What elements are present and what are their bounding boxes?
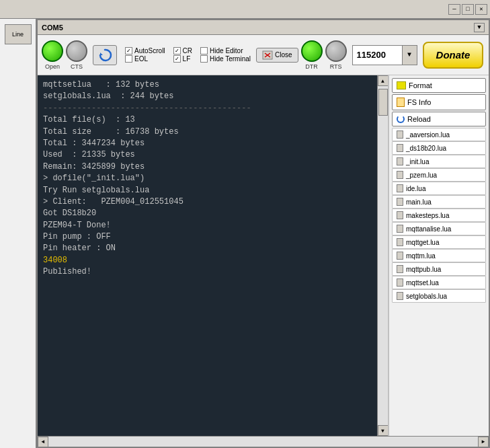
bottom-scrollbar: ◄ ►: [38, 436, 489, 447]
cts-label: CTS: [71, 63, 83, 70]
eol-checkbox[interactable]: [125, 55, 132, 63]
terminal-line: Total file(s) : 13: [43, 114, 372, 126]
checkboxes-area: AutoScroll EOL: [122, 47, 168, 63]
file-name: _ds18b20.lua: [406, 145, 446, 152]
file-name: ide.lua: [406, 185, 425, 192]
terminal-scrollbar[interactable]: ▲ ▼: [377, 75, 388, 436]
file-item[interactable]: _pzem.lua: [392, 168, 486, 182]
lua-file-icon: [397, 211, 403, 219]
lua-file-icon: [397, 198, 403, 206]
terminal-line: Total : 3447234 bytes: [43, 138, 372, 149]
baud-dropdown-button[interactable]: ▼: [403, 45, 417, 65]
close-window-button[interactable]: ✕: [475, 4, 487, 15]
scroll-left-arrow[interactable]: ◄: [38, 437, 48, 447]
title-bar: ─ □ ✕: [0, 0, 490, 19]
cr-row: CR: [173, 47, 192, 54]
bottom-scroll-track: [48, 437, 478, 447]
main-window: COM5 ▼ Open CTS AutoScr: [36, 19, 490, 448]
window-titlebar: COM5 ▼: [38, 20, 489, 35]
hide-editor-label: Hide Editor: [210, 47, 243, 54]
lua-file-icon: [397, 171, 403, 179]
terminal-line: Published!: [43, 266, 372, 278]
lua-file-icon: [397, 225, 403, 233]
maximize-button[interactable]: □: [462, 4, 474, 15]
baud-display: 115200: [352, 45, 403, 65]
rts-btn-group: RTS: [325, 40, 347, 70]
terminal[interactable]: mqttsetlua : 132 bytessetglobals.lua : 2…: [38, 75, 377, 436]
scroll-thumb[interactable]: [378, 89, 388, 116]
lf-checkbox[interactable]: [173, 55, 181, 63]
file-item[interactable]: mqttget.lua: [392, 235, 486, 249]
format-button[interactable]: Format: [392, 78, 486, 93]
file-item[interactable]: setglobals.lua: [392, 289, 486, 303]
file-item[interactable]: makesteps.lua: [392, 209, 486, 222]
lua-file-icon: [397, 278, 403, 287]
fsinfo-button[interactable]: FS Info: [392, 94, 486, 110]
terminal-line: Used : 21335 bytes: [43, 149, 372, 161]
cr-checkbox[interactable]: [173, 47, 181, 54]
hide-editor-checkbox[interactable]: [200, 47, 208, 54]
terminal-line: Pin heater : ON: [43, 243, 372, 254]
reload-label: Reload: [407, 115, 431, 123]
file-item[interactable]: ide.lua: [392, 182, 486, 195]
open-label: Open: [45, 63, 60, 70]
scroll-right-arrow[interactable]: ►: [478, 437, 489, 447]
terminal-line: PZEM04-T Done!: [43, 220, 372, 231]
right-panel: Format FS Info Reload _aaversion.lua_ds1…: [388, 75, 489, 436]
close-button[interactable]: Close: [256, 48, 298, 63]
file-name: _pzem.lua: [406, 172, 437, 179]
terminal-line: setglobals.lua : 244 bytes: [43, 91, 372, 102]
hide-terminal-checkbox[interactable]: [200, 55, 208, 63]
terminal-line: Try Run setglobals.lua: [43, 185, 372, 196]
file-item[interactable]: _init.lua: [392, 155, 486, 168]
toolbar: Open CTS AutoScroll EOL: [38, 35, 489, 75]
checkboxes-area-2: CR LF: [171, 47, 195, 63]
scroll-down-arrow[interactable]: ▼: [378, 425, 389, 436]
cr-label: CR: [183, 47, 192, 54]
file-item[interactable]: mqttanalise.lua: [392, 222, 486, 235]
file-name: mqttpub.lua: [406, 266, 441, 273]
lua-file-icon: [397, 265, 403, 273]
dtr-button[interactable]: [301, 40, 323, 62]
file-list: _aaversion.lua_ds18b20.lua_init.lua_pzem…: [392, 128, 486, 303]
cts-btn-group: CTS: [66, 40, 87, 70]
file-item[interactable]: _aaversion.lua: [392, 128, 486, 141]
lf-row: LF: [173, 55, 192, 63]
autoscroll-checkbox[interactable]: [125, 47, 132, 54]
file-name: setglobals.lua: [406, 293, 447, 300]
fsinfo-label: FS Info: [407, 98, 431, 106]
file-item[interactable]: mqttset.lua: [392, 276, 486, 289]
file-item[interactable]: main.lua: [392, 195, 486, 209]
file-name: makesteps.lua: [406, 212, 449, 219]
line-button[interactable]: Line: [5, 24, 32, 44]
hide-editor-row: Hide Editor: [200, 47, 251, 54]
fsinfo-icon: [397, 98, 405, 107]
window-dropdown[interactable]: ▼: [474, 23, 485, 32]
rts-button[interactable]: [325, 40, 347, 62]
reload-button[interactable]: Reload: [392, 112, 486, 126]
donate-button[interactable]: Donate: [423, 42, 484, 69]
terminal-line: Pin pump : OFF: [43, 231, 372, 243]
lf-label: LF: [183, 55, 191, 63]
close-icon: [262, 50, 273, 60]
file-item[interactable]: mqttm.lua: [392, 249, 486, 262]
refresh-button[interactable]: [93, 45, 117, 65]
lua-file-icon: [397, 144, 403, 152]
file-name: _init.lua: [406, 158, 429, 165]
scroll-up-arrow[interactable]: ▲: [378, 75, 389, 86]
terminal-line: ----------------------------------------…: [43, 103, 372, 114]
minimize-button[interactable]: ─: [448, 4, 460, 15]
file-name: mqttset.lua: [406, 279, 439, 287]
left-panel: Line: [0, 19, 36, 448]
window-title: COM5: [42, 24, 63, 32]
file-item[interactable]: mqttpub.lua: [392, 262, 486, 276]
open-button[interactable]: [42, 40, 63, 62]
refresh-area: [90, 45, 120, 65]
checkboxes-area-3: Hide Editor Hide Terminal: [198, 47, 253, 63]
dtr-btn-group: DTR: [301, 40, 323, 70]
cts-button[interactable]: [66, 40, 87, 62]
lua-file-icon: [397, 130, 403, 139]
lua-file-icon: [397, 292, 403, 300]
scroll-track: [378, 86, 388, 425]
file-item[interactable]: _ds18b20.lua: [392, 141, 486, 155]
